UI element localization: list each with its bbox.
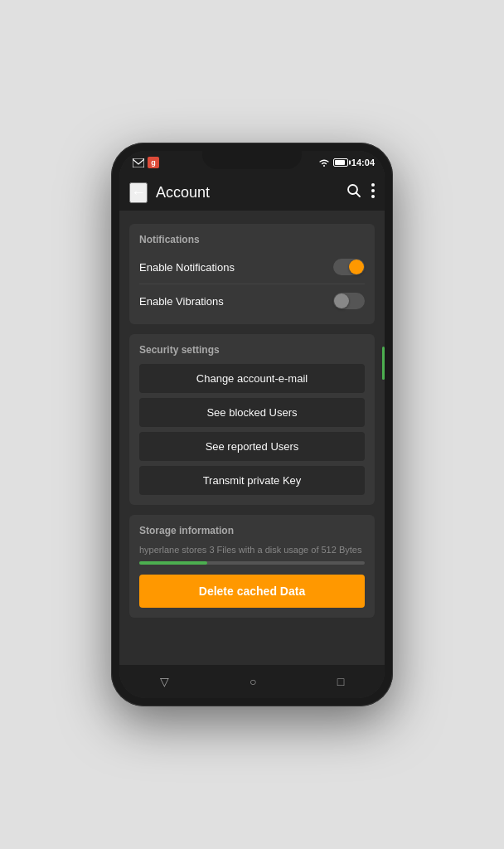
back-nav-button[interactable]: ▽ — [160, 675, 169, 688]
page-title: Account — [156, 184, 346, 201]
search-icon[interactable] — [346, 183, 361, 202]
divider — [139, 284, 365, 284]
recents-nav-button[interactable]: □ — [337, 675, 344, 688]
security-section: Security settings Change account-e-mail … — [129, 334, 375, 505]
battery-icon — [333, 158, 348, 167]
blocked-users-button[interactable]: See blocked Users — [139, 398, 365, 427]
storage-section: Storage information hyperlane stores 3 F… — [129, 515, 375, 618]
delete-cached-data-button[interactable]: Delete cached Data — [139, 575, 365, 608]
gplus-icon: g — [148, 157, 159, 168]
svg-point-4 — [371, 189, 375, 192]
svg-rect-0 — [133, 158, 144, 167]
enable-vibrations-label: Enable Vibrations — [139, 295, 224, 308]
content-area: Notifications Enable Notifications Enabl… — [119, 211, 385, 665]
notifications-section: Notifications Enable Notifications Enabl… — [129, 224, 375, 324]
toggle-thumb-notifications — [349, 260, 364, 274]
home-nav-button[interactable]: ○ — [250, 675, 256, 688]
notifications-section-title: Notifications — [139, 234, 365, 245]
top-bar: ← Account — [119, 174, 385, 211]
gmail-icon — [133, 158, 144, 167]
enable-notifications-row: Enable Notifications — [139, 254, 365, 280]
svg-point-3 — [371, 183, 375, 187]
status-right-icons: 14:04 — [318, 158, 375, 167]
storage-progress-fill — [139, 561, 207, 565]
enable-vibrations-row: Enable Vibrations — [139, 288, 365, 314]
status-time: 14:04 — [351, 158, 375, 167]
top-bar-icons — [346, 183, 375, 202]
phone-frame: g 14:04 ← Ac — [111, 143, 393, 706]
notch — [202, 151, 302, 169]
enable-vibrations-toggle[interactable] — [333, 293, 365, 309]
reported-users-button[interactable]: See reported Users — [139, 432, 365, 461]
enable-notifications-toggle[interactable] — [333, 259, 365, 275]
wifi-icon — [318, 158, 330, 167]
back-button[interactable]: ← — [129, 182, 148, 203]
storage-section-title: Storage information — [139, 525, 365, 536]
toggle-thumb-vibrations — [334, 294, 349, 308]
security-section-title: Security settings — [139, 344, 365, 356]
phone-screen: g 14:04 ← Ac — [119, 151, 385, 698]
enable-notifications-label: Enable Notifications — [139, 261, 235, 274]
storage-description: hyperlane stores 3 Files with a disk usa… — [139, 545, 365, 555]
change-email-button[interactable]: Change account-e-mail — [139, 364, 365, 393]
svg-point-5 — [371, 195, 375, 198]
private-key-button[interactable]: Transmit private Key — [139, 466, 365, 495]
storage-progress-bar — [139, 561, 365, 565]
bottom-nav: ▽ ○ □ — [119, 665, 385, 698]
svg-line-2 — [356, 192, 361, 196]
status-left-icons: g — [129, 157, 159, 168]
more-options-icon[interactable] — [371, 183, 375, 202]
